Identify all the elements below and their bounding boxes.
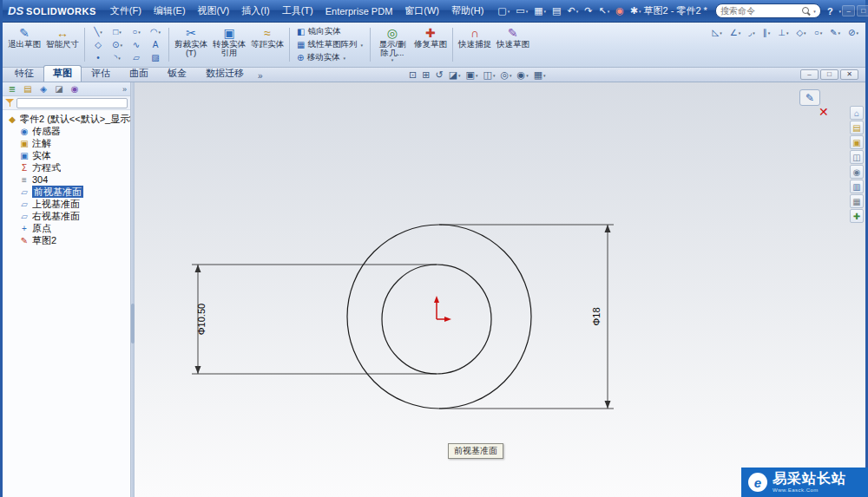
trim-entities-button[interactable]: ✂ 剪裁实体(T) [173,24,209,65]
chevron-down-icon[interactable]: ▾ [813,9,816,14]
configurationmanager-tab[interactable]: ◈ [37,84,49,94]
arc-snap-button[interactable]: ◞▾ [746,27,756,38]
tree-item-equations[interactable]: Σ 方程式 [5,161,130,173]
move-entities-button[interactable]: ⊕移动实体▾ [293,52,366,64]
previous-view-button[interactable]: ↺ [435,69,443,81]
doc-minimize-button[interactable]: – [800,69,819,80]
help-button[interactable]: ? [822,6,838,16]
section-view-button[interactable]: ◪▾ [449,69,461,81]
circle-tool-button[interactable]: ○▾ [812,27,825,38]
design-library-tab[interactable]: ▤ [850,121,864,134]
zoom-fit-button[interactable]: ⊡ [409,69,417,81]
menu-edit[interactable]: 编辑(E) [148,1,192,21]
tree-item-right-plane[interactable]: ▱ 右视基准面 [5,210,130,222]
select-button[interactable]: ↖▾ [596,4,611,17]
tree-filter-input[interactable] [16,98,128,108]
mirror-entities-button[interactable]: ◧镜向实体 [293,26,366,38]
dimxpertmanager-tab[interactable]: ◪ [53,84,65,94]
menu-insert[interactable]: 插入(I) [235,1,275,21]
ellipse-tool-button[interactable]: ⊙▾ [108,38,127,51]
tab-surfaces[interactable]: 曲面 [120,65,158,82]
repair-sketch-button[interactable]: ✚ 修复草图 [412,24,449,65]
graphics-area[interactable]: Φ10.50 Φ18 [135,82,865,497]
appearances-tab[interactable]: ◉ [850,165,864,179]
fillet-tool-button[interactable]: ◝▾ [108,51,127,64]
relation-triangle-button[interactable]: ◺▾ [711,27,724,38]
propertymanager-tab[interactable]: ▤ [22,84,34,94]
line-tool-button[interactable]: ╲▾ [89,25,108,38]
tab-overflow-chevron[interactable]: » [253,71,267,82]
edit-appearance-button[interactable]: ◉▾ [517,69,529,81]
search-icon[interactable] [802,7,811,16]
pencil-tool-button[interactable]: ✎▾ [828,27,842,38]
tab-features[interactable]: 特征 [5,65,43,82]
search-input[interactable] [720,6,799,16]
origin-marker[interactable] [434,296,451,322]
display-delete-relations-button[interactable]: ◎ 显示/删除几... ▾ [374,24,411,65]
plane-tool-button[interactable]: ▱ [127,51,146,64]
tree-item-origin[interactable]: + 原点 [5,222,130,234]
view-palette-tab[interactable]: ◫ [850,150,864,164]
custom-properties-tab[interactable]: ▦ [850,194,864,208]
dimension-outer-text[interactable]: Φ18 [591,307,602,325]
doc-restore-button[interactable]: □ [820,69,838,80]
smart-dimension-button[interactable]: ↔ 智能尺寸 [44,24,81,65]
scenes-tab[interactable]: ▥ [850,180,864,193]
panel-overflow-chevron[interactable]: » [122,85,127,94]
point-tool-button[interactable]: • [89,51,108,64]
confirmation-corner-cancel-sketch[interactable]: ✕ [819,105,829,119]
display-style-button[interactable]: ◫▾ [483,69,496,81]
tree-item-sensors[interactable]: ◉ 传感器 [5,125,130,137]
confirmation-corner-exit-sketch[interactable]: ✎ [799,89,820,106]
document-recovery-tab[interactable]: ✚ [850,209,864,223]
circle-tool-button[interactable]: ○▾ [127,25,146,38]
tab-evaluate[interactable]: 评估 [82,65,120,82]
tree-item-solid-bodies[interactable]: ▣ 实体 [5,149,130,161]
menu-window[interactable]: 窗口(W) [398,1,445,21]
open-button[interactable]: ▭▾ [514,4,529,17]
resources-tab[interactable]: ⌂ [850,106,864,120]
dimension-inner-text[interactable]: Φ10.50 [196,304,207,335]
filter-icon[interactable] [5,98,14,108]
menu-help[interactable]: 帮助(H) [445,1,490,21]
print-button[interactable]: ▤ [550,4,562,17]
tab-sheet-metal[interactable]: 钣金 [158,65,196,82]
doc-close-button[interactable]: ✕ [840,69,858,80]
menu-enterprise-pdm[interactable]: Enterprise PDM [319,3,399,20]
convert-entities-button[interactable]: ▣ 转换实体引用 [211,24,247,65]
view-settings-button[interactable]: ▦▾ [534,69,546,81]
minimize-button[interactable]: – [842,5,855,16]
save-button[interactable]: ▦▾ [532,4,548,17]
tab-data-migration[interactable]: 数据迁移 [196,65,253,82]
rectangle-tool-button[interactable]: □▾ [108,25,127,38]
view-orientation-button[interactable]: ▣▾ [466,69,478,81]
tree-root-part[interactable]: ◆ 零件2 (默认<<默认>_显示状态 [5,113,130,125]
exit-sketch-button[interactable]: ✎ 退出草图 [6,24,43,65]
rebuild-button[interactable]: ◉ [614,4,626,17]
undo-button[interactable]: ↶▾ [565,4,580,17]
menu-file[interactable]: 文件(F) [104,1,148,21]
dimension-outer[interactable]: Φ18 [439,225,614,409]
parallel-button[interactable]: ∥▾ [761,27,773,38]
dimension-inner[interactable]: Φ10.50 [192,265,437,374]
sketch-outer-circle[interactable] [347,225,531,409]
tree-item-annotations[interactable]: ▣ 注解 [5,137,130,149]
menu-view[interactable]: 视图(V) [192,1,236,21]
file-explorer-tab[interactable]: ▣ [850,135,864,149]
arc-tool-button[interactable]: ◠▾ [146,25,165,38]
tree-item-top-plane[interactable]: ▱ 上视基准面 [5,198,130,210]
quick-snaps-button[interactable]: ∩ 快速捕捉 [457,24,493,65]
command-search[interactable]: ▾ [715,3,821,18]
linear-sketch-pattern-button[interactable]: ▦线性草图阵列▾ [293,39,366,51]
new-document-button[interactable]: ▢▾ [496,4,511,17]
angle-button[interactable]: ∠▾ [728,27,742,38]
text-tool-button[interactable]: A [146,38,165,51]
spline-tool-button[interactable]: ∿ [127,38,146,51]
chevron-down-icon[interactable]: ▾ [839,9,842,14]
featuremanager-tab[interactable]: ≣ [6,84,18,94]
polygon-tool-button[interactable]: ◇ [89,38,108,51]
diamond-tool-button[interactable]: ◇▾ [794,27,807,38]
offset-entities-button[interactable]: ≈ 等距实体 [249,24,286,65]
zoom-area-button[interactable]: ⊞ [422,69,430,81]
displaymanager-tab[interactable]: ◉ [69,84,81,94]
